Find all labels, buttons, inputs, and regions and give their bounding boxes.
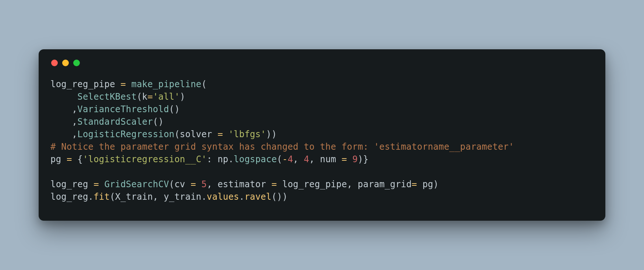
code-token: make_pipeline xyxy=(131,79,201,89)
code-token: 'all' xyxy=(153,92,180,102)
code-token: LogisticRegression xyxy=(77,129,174,139)
code-token: : np. xyxy=(207,154,234,164)
code-token: 4 xyxy=(304,154,309,164)
code-token: GridSearchCV xyxy=(105,179,169,189)
code-token: ( xyxy=(277,154,282,164)
code-token xyxy=(347,154,353,164)
code-token: 4 xyxy=(288,154,293,164)
window-titlebar xyxy=(50,60,594,66)
code-token: SelectKBest xyxy=(77,92,137,102)
code-token: log_reg_pipe, param_grid xyxy=(277,179,411,189)
code-token: VarianceThreshold xyxy=(77,104,169,114)
code-token: = xyxy=(217,129,223,139)
code-token xyxy=(99,179,105,189)
code-token xyxy=(223,129,229,139)
code-token: , xyxy=(50,104,77,114)
code-token: 9 xyxy=(352,154,358,164)
minimize-icon[interactable] xyxy=(62,60,69,66)
code-token: log_reg. xyxy=(50,192,93,202)
code-token: , num xyxy=(309,154,342,164)
code-token xyxy=(196,179,202,189)
code-token: )} xyxy=(358,154,368,164)
code-token: . xyxy=(239,192,245,202)
code-token: ) xyxy=(180,92,185,102)
code-token: = xyxy=(412,179,417,189)
code-token: (cv xyxy=(169,179,191,189)
maximize-icon[interactable] xyxy=(73,60,80,66)
code-block: log_reg_pipe = make_pipeline( SelectKBes… xyxy=(50,78,594,203)
code-token: ()) xyxy=(272,192,288,202)
code-token: () xyxy=(153,117,163,127)
code-token: , estimator xyxy=(207,179,272,189)
code-token: ravel xyxy=(244,192,271,202)
code-token: () xyxy=(169,104,180,114)
code-token: fit xyxy=(93,192,110,202)
code-token: # Notice the parameter grid syntax has c… xyxy=(50,142,514,152)
code-token: = xyxy=(272,179,277,189)
code-token: pg) xyxy=(417,179,439,189)
code-token: ( xyxy=(201,79,207,89)
code-token: = xyxy=(120,79,126,89)
code-window: log_reg_pipe = make_pipeline( SelectKBes… xyxy=(39,49,605,221)
code-token: 5 xyxy=(201,179,207,189)
code-token xyxy=(50,92,77,102)
close-icon[interactable] xyxy=(51,60,58,66)
code-token: = xyxy=(67,154,72,164)
code-token: 'lbfgs' xyxy=(228,129,266,139)
code-token xyxy=(126,79,131,89)
code-token: , xyxy=(50,129,77,139)
code-token: )) xyxy=(266,129,277,139)
code-token: 'logisticregression__C' xyxy=(83,154,207,164)
code-token: , xyxy=(293,154,304,164)
code-token: (solver xyxy=(174,129,217,139)
code-token: , xyxy=(50,117,77,127)
code-token: log_reg_pipe xyxy=(50,79,120,89)
code-token: (k xyxy=(137,92,147,102)
code-token: logspace xyxy=(234,154,277,164)
code-token: log_reg xyxy=(50,179,93,189)
code-token: { xyxy=(72,154,83,164)
code-token: = xyxy=(148,92,153,102)
code-token: = xyxy=(191,179,196,189)
code-token: StandardScaler xyxy=(77,117,153,127)
code-token: = xyxy=(342,154,347,164)
code-token: pg xyxy=(50,154,67,164)
code-token: values xyxy=(207,192,239,202)
code-token: (X_train, y_train. xyxy=(110,192,207,202)
code-token: = xyxy=(93,179,99,189)
code-token: - xyxy=(282,154,288,164)
